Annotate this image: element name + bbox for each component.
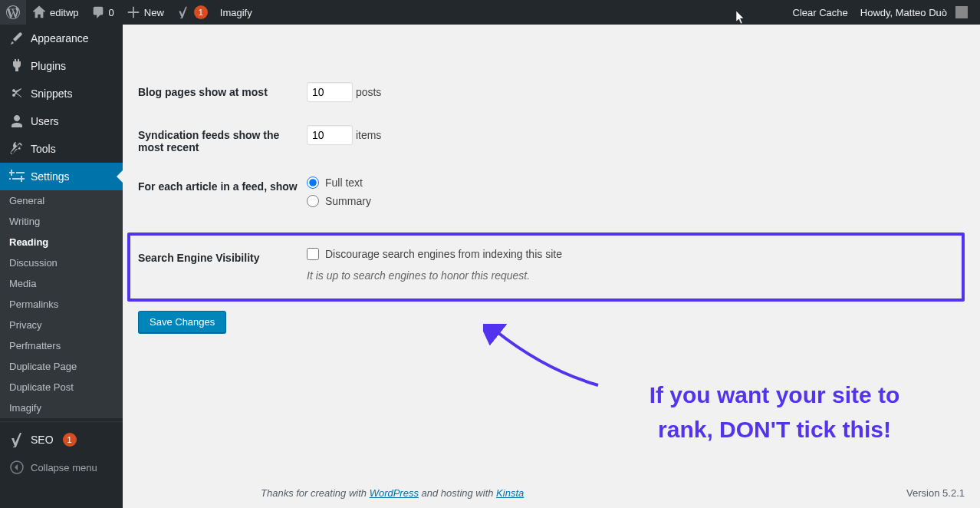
submenu-media[interactable]: Media	[0, 273, 123, 294]
feed-show-field: Full text Summary	[307, 176, 965, 213]
wrench-icon	[9, 141, 25, 157]
blog-pages-field: posts	[307, 82, 965, 102]
account-menu[interactable]: Howdy, Matteo Duò	[854, 0, 974, 25]
menu-users[interactable]: Users	[0, 107, 123, 135]
submenu-perfmatters[interactable]: Perfmatters	[0, 335, 123, 356]
sliders-icon	[9, 169, 25, 184]
kinsta-link[interactable]: Kinsta	[496, 487, 524, 499]
search-visibility-highlight: Search Engine Visibility Discourage sear…	[127, 233, 965, 302]
yoast-icon	[9, 432, 25, 447]
site-name-menu[interactable]: editwp	[26, 0, 85, 25]
radio-summary-row: Summary	[307, 195, 965, 207]
annotation-line1: If you want your site to	[649, 382, 900, 407]
yoast-badge: 1	[194, 5, 208, 19]
wordpress-link[interactable]: WordPress	[370, 487, 419, 499]
comment-icon	[91, 5, 105, 19]
blog-pages-suffix: posts	[356, 86, 381, 98]
feed-show-label: For each article in a feed, show	[138, 176, 307, 213]
imagify-menu[interactable]: Imagify	[214, 0, 258, 25]
syndication-label: Syndication feeds show the most recent	[138, 125, 307, 153]
radio-full-text[interactable]	[307, 176, 319, 189]
row-syndication: Syndication feeds show the most recent i…	[138, 114, 965, 165]
menu-label: Settings	[31, 170, 70, 183]
menu-snippets[interactable]: Snippets	[0, 80, 123, 107]
footer-thanks-prefix: Thanks for creating with	[261, 487, 370, 499]
user-icon	[9, 114, 25, 129]
home-icon	[32, 5, 46, 19]
syndication-suffix: items	[356, 129, 381, 141]
wp-logo-menu[interactable]	[0, 0, 26, 25]
submenu-duplicate-page[interactable]: Duplicate Page	[0, 356, 123, 377]
menu-label: Tools	[31, 143, 56, 155]
collapse-label: Collapse menu	[31, 462, 97, 473]
syndication-input[interactable]	[307, 125, 353, 145]
yoast-menu[interactable]: 1	[170, 0, 214, 25]
discourage-checkbox-row: Discourage search engines from indexing …	[307, 248, 954, 260]
annotation-line2: rank, DON'T tick this!	[658, 417, 891, 442]
radio-summary[interactable]	[307, 195, 319, 207]
discourage-label: Discourage search engines from indexing …	[325, 248, 562, 260]
annotation-text: If you want your site to rank, DON'T tic…	[598, 378, 951, 447]
search-visibility-field: Discourage search engines from indexing …	[307, 248, 954, 282]
blog-pages-label: Blog pages show at most	[138, 82, 307, 102]
new-text: New	[144, 7, 164, 18]
submenu-privacy[interactable]: Privacy	[0, 315, 123, 335]
submenu-reading[interactable]: Reading	[0, 232, 123, 252]
radio-full-text-row: Full text	[307, 176, 965, 189]
admin-bar: editwp 0 New 1 Imagify Clear Cache	[0, 0, 980, 25]
scissors-icon	[9, 86, 25, 101]
menu-label: Appearance	[31, 32, 89, 45]
footer-hosting-mid: and hosting with	[419, 487, 496, 499]
settings-submenu: General Writing Reading Discussion Media…	[0, 190, 123, 418]
content-area: Blog pages show at most posts Syndicatio…	[123, 25, 980, 508]
row-blog-pages: Blog pages show at most posts	[138, 71, 965, 114]
footer: Thanks for creating with WordPress and h…	[261, 478, 965, 508]
menu-seo[interactable]: SEO 1	[0, 426, 123, 454]
submenu-imagify[interactable]: Imagify	[0, 397, 123, 418]
save-button[interactable]: Save Changes	[138, 311, 226, 333]
submenu-duplicate-post[interactable]: Duplicate Post	[0, 377, 123, 397]
brush-icon	[9, 31, 25, 46]
submenu-discussion[interactable]: Discussion	[0, 252, 123, 273]
comments-menu[interactable]: 0	[85, 0, 120, 25]
annotation-arrow-icon	[483, 324, 606, 393]
plugin-icon	[9, 58, 25, 74]
admin-sidebar: Appearance Plugins Snippets Users Tools …	[0, 25, 123, 508]
blog-pages-input[interactable]	[307, 82, 353, 102]
comment-count: 0	[109, 7, 114, 18]
clear-cache-menu[interactable]: Clear Cache	[787, 0, 854, 25]
menu-label: Users	[31, 115, 59, 127]
site-name-text: editwp	[50, 7, 79, 18]
menu-appearance[interactable]: Appearance	[0, 25, 123, 52]
collapse-icon	[9, 460, 25, 475]
menu-label: Snippets	[31, 87, 72, 100]
row-search-visibility: Search Engine Visibility Discourage sear…	[138, 245, 954, 285]
menu-plugins[interactable]: Plugins	[0, 52, 123, 80]
new-content-menu[interactable]: New	[120, 0, 170, 25]
wordpress-icon	[6, 5, 20, 19]
menu-settings[interactable]: Settings	[0, 163, 123, 190]
menu-tools[interactable]: Tools	[0, 135, 123, 163]
syndication-field: items	[307, 125, 965, 153]
menu-label: SEO	[31, 434, 54, 446]
seo-update-badge: 1	[63, 433, 77, 447]
row-feed-show: For each article in a feed, show Full te…	[138, 165, 965, 225]
admin-bar-right: Clear Cache Howdy, Matteo Duò	[787, 0, 980, 25]
admin-bar-left: editwp 0 New 1 Imagify	[0, 0, 787, 25]
yoast-icon	[176, 5, 190, 19]
discourage-description: It is up to search engines to honor this…	[307, 269, 954, 282]
settings-form: Blog pages show at most posts Syndicatio…	[138, 71, 965, 333]
avatar-icon	[955, 6, 968, 18]
clear-cache-text: Clear Cache	[793, 7, 848, 18]
radio-summary-label: Summary	[325, 195, 371, 207]
submenu-general[interactable]: General	[0, 190, 123, 211]
submenu-writing[interactable]: Writing	[0, 211, 123, 232]
radio-full-text-label: Full text	[325, 176, 363, 189]
plus-icon	[127, 5, 140, 19]
collapse-menu-button[interactable]: Collapse menu	[0, 454, 123, 481]
submenu-permalinks[interactable]: Permalinks	[0, 294, 123, 315]
discourage-checkbox[interactable]	[307, 248, 319, 260]
howdy-text: Howdy, Matteo Duò	[860, 7, 947, 18]
search-visibility-label: Search Engine Visibility	[138, 248, 307, 282]
menu-label: Plugins	[31, 60, 66, 72]
